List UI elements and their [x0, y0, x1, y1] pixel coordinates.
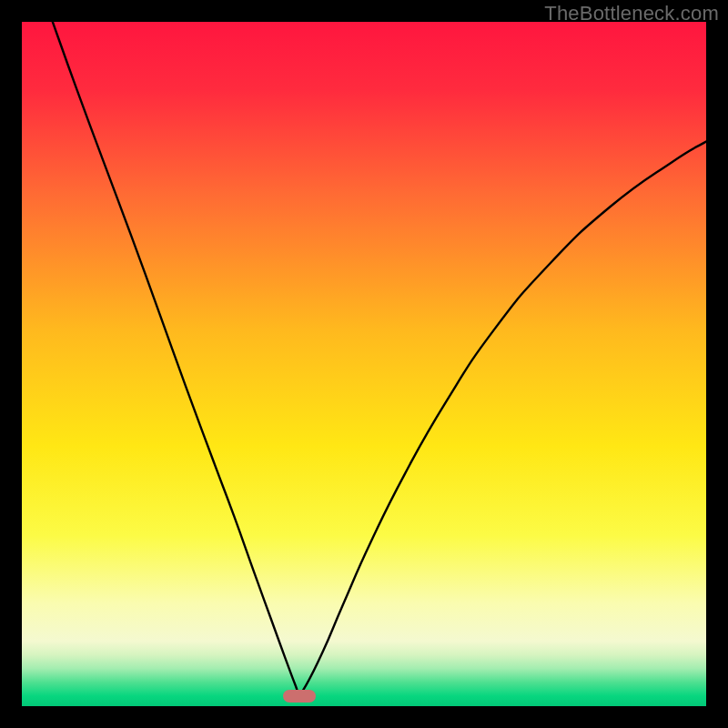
watermark-label: TheBottleneck.com — [544, 2, 719, 25]
chart-frame — [22, 22, 706, 706]
minimum-marker — [283, 690, 316, 703]
chart-plot — [22, 22, 706, 706]
chart-background — [22, 22, 706, 706]
